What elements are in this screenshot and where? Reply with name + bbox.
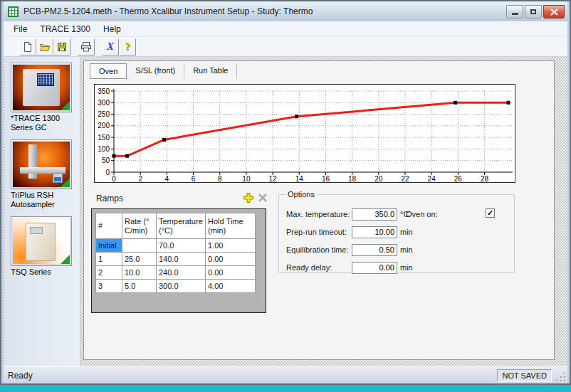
- max-temperature-input[interactable]: [352, 208, 397, 221]
- sidebar-item-trace-1300[interactable]: [11, 63, 72, 112]
- oven-on-checkbox[interactable]: ✓: [486, 208, 495, 218]
- ramps-grid-area: # Rate (° C/min) Temperature (°C) Hold T…: [91, 208, 266, 313]
- ramps-table: # Rate (° C/min) Temperature (°C) Hold T…: [95, 213, 256, 293]
- svg-text:16: 16: [322, 175, 330, 182]
- ramps-cell[interactable]: 0.00: [206, 253, 256, 266]
- svg-text:2: 2: [138, 175, 142, 182]
- delete-button[interactable]: X: [102, 38, 119, 55]
- svg-text:150: 150: [98, 134, 110, 142]
- check-icon: ✓: [487, 208, 493, 217]
- ramps-row-initial: Initial 70.0 1.00: [96, 239, 256, 253]
- new-method-button[interactable]: [19, 38, 36, 55]
- svg-text:0: 0: [105, 169, 110, 176]
- ramps-cell[interactable]: 1: [96, 253, 122, 266]
- prep-run-timeout-unit: min: [400, 228, 413, 236]
- svg-text:200: 200: [98, 122, 110, 129]
- ramps-cell[interactable]: 140.0: [157, 253, 206, 266]
- equilibration-time-input[interactable]: [352, 244, 397, 256]
- tab-oven[interactable]: Oven: [90, 63, 127, 79]
- oven-on-label: Oven on:: [406, 210, 438, 218]
- svg-text:250: 250: [98, 110, 110, 118]
- ramps-cell-selected[interactable]: Initial: [96, 239, 122, 253]
- status-text: Ready: [8, 371, 33, 381]
- ramps-cell[interactable]: 1.00: [206, 239, 256, 253]
- svg-text:350: 350: [98, 88, 110, 95]
- svg-text:6: 6: [192, 175, 196, 182]
- ramps-cell[interactable]: [122, 239, 157, 253]
- tabstrip: Oven S/SL (front) Run Table: [90, 63, 237, 79]
- close-button[interactable]: [543, 5, 565, 18]
- tab-run-table[interactable]: Run Table: [184, 63, 237, 79]
- oven-chart-svg: 0501001502002503003500246810121416182022…: [95, 85, 515, 182]
- maximize-button[interactable]: [525, 5, 542, 18]
- save-method-button[interactable]: [53, 38, 70, 55]
- ramps-cell[interactable]: 0.00: [206, 266, 256, 280]
- svg-text:26: 26: [454, 175, 463, 182]
- ready-triangle-icon: [61, 178, 70, 187]
- tab-ssl-front[interactable]: S/SL (front): [127, 63, 184, 79]
- ramps-column-header: Hold Time (min): [206, 213, 256, 239]
- help-icon: ?: [125, 41, 130, 53]
- ready-triangle-icon: [61, 101, 70, 110]
- minimize-button[interactable]: [506, 5, 523, 18]
- sidebar-item-tsq-series[interactable]: [11, 216, 72, 266]
- tsq-series-image: [13, 218, 70, 264]
- titlebar[interactable]: PCB-PM2.5-1204.meth - Thermo Xcalibur In…: [4, 1, 567, 21]
- ramps-cell[interactable]: 300.0: [157, 280, 206, 293]
- ramps-row-3: 3 5.0 300.0 4.00: [96, 280, 256, 293]
- ramps-cell[interactable]: 4.00: [206, 280, 256, 293]
- ramps-row-2: 2 10.0 240.0 0.00: [96, 266, 256, 280]
- sidebar-item-triplus-rsh[interactable]: [11, 139, 72, 189]
- ramps-cell[interactable]: 25.0: [122, 253, 157, 266]
- sidebar-label-tsq-series: TSQ Series: [11, 267, 76, 277]
- svg-text:14: 14: [295, 175, 304, 182]
- ready-triangle-icon: [61, 255, 70, 264]
- equilibration-time-unit: min: [400, 245, 413, 254]
- add-ramp-button[interactable]: [243, 192, 254, 205]
- svg-text:4: 4: [165, 175, 169, 182]
- blue-x-icon: X: [107, 41, 114, 53]
- ramps-cell[interactable]: 10.0: [122, 266, 157, 280]
- svg-text:10: 10: [242, 175, 251, 182]
- menu-item-help[interactable]: Help: [98, 22, 127, 36]
- menubar: File TRACE 1300 Help: [4, 21, 567, 37]
- oven-temperature-chart: 0501001502002503003500246810121416182022…: [94, 84, 515, 183]
- ready-delay-label: Ready delay:: [286, 263, 352, 272]
- ramps-cell[interactable]: 5.0: [122, 280, 157, 293]
- ramps-title: Ramps: [96, 194, 123, 203]
- window-title: PCB-PM2.5-1204.meth - Thermo Xcalibur In…: [23, 6, 313, 16]
- svg-text:8: 8: [218, 175, 222, 182]
- close-icon: [550, 9, 558, 16]
- svg-text:18: 18: [348, 175, 357, 182]
- open-method-button[interactable]: [36, 38, 53, 55]
- ramps-column-header: Rate (° C/min): [122, 213, 157, 239]
- resize-grip[interactable]: [556, 372, 565, 381]
- ready-delay-input[interactable]: [352, 262, 397, 274]
- ready-delay-unit: min: [400, 263, 413, 272]
- options-legend: Options: [285, 190, 318, 198]
- save-floppy-icon: [56, 41, 68, 53]
- app-icon: [8, 6, 19, 17]
- plus-icon: [243, 192, 254, 203]
- svg-text:300: 300: [98, 99, 110, 107]
- instrument-setup-window: PCB-PM2.5-1204.meth - Thermo Xcalibur In…: [0, 0, 571, 385]
- svg-text:0: 0: [112, 175, 116, 182]
- client-area: *TRACE 1300 Series GC TriPlus RSH Autosa…: [4, 57, 567, 366]
- prep-run-timeout-input[interactable]: [352, 226, 397, 238]
- save-status-badge: NOT SAVED: [497, 369, 552, 382]
- help-button[interactable]: ?: [119, 38, 136, 55]
- ramps-cell[interactable]: 3: [96, 280, 122, 293]
- svg-text:28: 28: [481, 175, 489, 182]
- menu-item-trace-1300[interactable]: TRACE 1300: [34, 22, 96, 36]
- equilibration-time-label: Equilibration time:: [286, 245, 352, 254]
- menu-item-file[interactable]: File: [8, 22, 33, 36]
- ramps-cell[interactable]: 70.0: [157, 239, 206, 253]
- svg-text:24: 24: [428, 175, 436, 182]
- svg-text:22: 22: [401, 175, 409, 182]
- ramps-cell[interactable]: 240.0: [157, 266, 206, 280]
- print-button[interactable]: [78, 38, 95, 55]
- svg-text:50: 50: [102, 157, 110, 164]
- ramps-cell[interactable]: 2: [96, 266, 122, 280]
- ramps-column-header: #: [96, 213, 122, 239]
- delete-ramp-button[interactable]: [257, 192, 268, 205]
